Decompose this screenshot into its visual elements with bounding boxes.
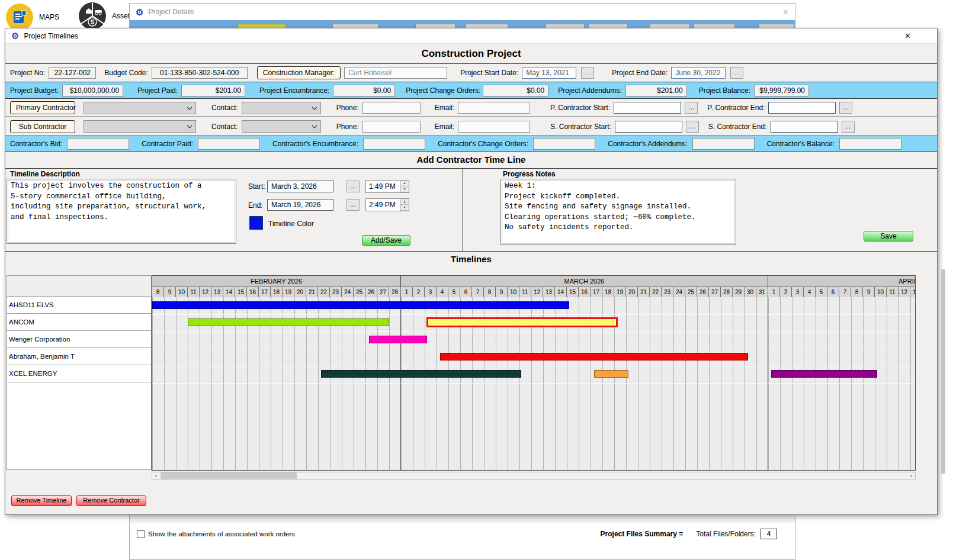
project-end-date-field[interactable]: June 30, 2022	[671, 67, 726, 79]
save-button[interactable]: Save	[864, 231, 913, 242]
progress-notes-input[interactable]: Week 1: Project kickoff completed. Site …	[500, 179, 736, 245]
gantt-day-label: 10	[875, 287, 887, 297]
remove-timeline-button[interactable]: Remove Timeline	[11, 495, 72, 506]
contractor-end-input[interactable]	[771, 121, 838, 133]
construction-manager-field[interactable]: Curt Hoheisel	[344, 67, 447, 79]
time-up-icon[interactable]: ▲	[400, 199, 409, 205]
start-time-stepper[interactable]: 1:49 PM ▲▼	[365, 180, 409, 193]
gantt-day-label: 31	[756, 287, 768, 297]
gantt-timeline-bar[interactable]	[771, 370, 877, 378]
gantt-day-label: 14	[223, 287, 235, 297]
app-gear-icon: ⚙	[136, 8, 143, 17]
contractor-start-picker-button[interactable]: ...	[686, 121, 699, 133]
phone-input[interactable]	[362, 102, 421, 114]
contractor-type-button[interactable]: Primary Contractor	[10, 101, 75, 114]
phone-input[interactable]	[362, 121, 421, 133]
time-down-icon[interactable]: ▼	[400, 205, 409, 211]
gantt-day-label: 6	[827, 287, 839, 297]
contractor-start-picker-button[interactable]: ...	[685, 102, 698, 114]
gantt-day-label: 5	[448, 287, 460, 297]
project-info-row: Project No: 22-127-002 Budget Code: 01-1…	[5, 63, 937, 82]
project-no-label: Project No:	[10, 69, 45, 77]
gantt-day-label: 12	[200, 287, 211, 297]
timeline-description-label: Timeline Description	[10, 170, 80, 178]
gantt-timeline-bar[interactable]	[594, 370, 628, 378]
gantt-row-label[interactable]: XCEL ENERGY	[7, 365, 151, 382]
contractor-select[interactable]	[84, 120, 196, 133]
assets-app-shortcut[interactable]: S Assets	[79, 2, 133, 30]
time-down-icon[interactable]: ▼	[400, 186, 409, 192]
gantt-day-header: 8910111213141516171819202122232425262728…	[152, 287, 916, 297]
start-date-picker-button[interactable]: ...	[346, 181, 360, 192]
contractor-end-picker-button[interactable]: ...	[842, 121, 855, 133]
gantt-month-label: MARCH 2026	[401, 276, 768, 287]
contractor-change-orders-label: Contractor's Change Orders:	[438, 140, 528, 148]
gantt-timeline-bar[interactable]	[321, 370, 521, 378]
contractor-start-label: P. Contractor Start:	[550, 104, 610, 112]
end-date-input[interactable]: March 19, 2026	[267, 199, 333, 211]
background-scrollbar[interactable]	[941, 269, 945, 474]
gantt-day-label: 11	[887, 287, 899, 297]
email-input[interactable]	[458, 121, 530, 133]
gantt-timeline-bar[interactable]	[426, 317, 618, 327]
remove-contractor-button[interactable]: Remove Contractor	[76, 495, 146, 506]
gantt-row-label[interactable]: Wenger Corporation	[7, 331, 151, 348]
addendums-value: $201.00	[625, 85, 687, 96]
contractor-start-input[interactable]	[615, 121, 682, 133]
project-start-date-picker-button[interactable]: ...	[581, 67, 594, 79]
gantt-month-divider	[768, 297, 768, 471]
contact-select[interactable]	[242, 120, 321, 133]
timeline-color-label: Timeline Color	[268, 220, 314, 228]
gantt-timeline-bar[interactable]	[188, 318, 389, 326]
gantt-day-label: 13	[543, 287, 555, 297]
project-no-field: 22-127-002	[49, 67, 96, 79]
contractor-encumbrance-label: Contractor's Encumbrance:	[272, 140, 358, 148]
gantt-row-label[interactable]: ANCOM	[7, 314, 151, 331]
gantt-horizontal-scrollbar[interactable]: ‹ ›	[152, 472, 916, 479]
contractor-paid-label: Contractor Paid:	[142, 140, 193, 148]
contractor-bid-label: Contractor's Bid:	[10, 140, 62, 148]
gantt-day-label: 12	[899, 287, 910, 297]
gantt-day-label: 11	[188, 287, 200, 297]
contractor-start-input[interactable]	[614, 102, 681, 114]
scrollbar-thumb[interactable]	[161, 472, 297, 479]
email-input[interactable]	[458, 102, 530, 114]
dialog-close-icon[interactable]: ✕	[904, 31, 911, 40]
gantt-timeline-bar[interactable]	[152, 301, 569, 309]
contractor-select[interactable]	[84, 102, 196, 114]
start-date-input[interactable]: March 3, 2026	[267, 181, 333, 192]
gantt-timeline-bar[interactable]	[369, 336, 427, 343]
project-end-date-picker-button[interactable]: ...	[730, 67, 743, 79]
time-up-icon[interactable]: ▲	[400, 181, 409, 186]
gantt-day-label: 29	[733, 287, 745, 297]
end-time-value: 2:49 PM	[366, 199, 400, 211]
add-save-button[interactable]: Add/Save	[362, 235, 410, 246]
contact-select[interactable]	[242, 102, 321, 114]
contractor-end-picker-button[interactable]: ...	[839, 102, 852, 114]
timeline-description-input[interactable]: This project involves the construction o…	[7, 179, 236, 244]
gantt-chart: FEBRUARY 2026MARCH 2026APRIL 2026 891011…	[5, 275, 937, 478]
gantt-day-label: 15	[235, 287, 247, 297]
scroll-right-icon[interactable]: ›	[907, 472, 915, 479]
end-time-stepper[interactable]: 2:49 PM ▲▼	[365, 198, 409, 211]
gantt-row-label[interactable]: AHSD11 ELVS	[7, 297, 151, 314]
contractor-encumbrance-field	[363, 138, 425, 150]
end-date-picker-button[interactable]: ...	[346, 199, 360, 211]
gantt-day-label: 9	[164, 287, 176, 297]
show-attachments-checkbox[interactable]	[137, 530, 145, 538]
gantt-timeline-bar[interactable]	[440, 353, 748, 361]
contractor-type-button[interactable]: Sub Contractor	[10, 120, 75, 133]
timeline-color-swatch[interactable]	[249, 216, 263, 230]
phone-label: Phone:	[336, 104, 359, 112]
project-start-date-field[interactable]: May 13, 2021	[522, 67, 576, 79]
gantt-day-label: 30	[745, 287, 756, 297]
gantt-row-label[interactable]: Abraham, Benjamin T	[7, 348, 151, 365]
gantt-month-label: FEBRUARY 2026	[152, 276, 401, 287]
maps-app-shortcut[interactable]: MAPS	[6, 4, 59, 31]
construction-manager-button[interactable]: Construction Manager:	[257, 66, 341, 79]
gantt-day-label: 10	[176, 287, 188, 297]
scroll-left-icon[interactable]: ‹	[152, 472, 160, 479]
details-close-icon[interactable]: ✕	[782, 8, 789, 17]
contractor-end-input[interactable]	[768, 102, 836, 114]
files-summary-label: Project Files Summary =	[601, 530, 684, 538]
